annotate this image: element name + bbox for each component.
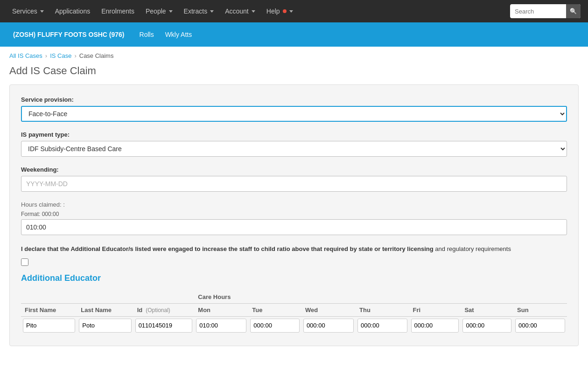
- th-id-optional-text: (Optional): [146, 307, 170, 313]
- sub-nav-title[interactable]: (ZOSH) FLUFFY FOOTS OSHC (976): [9, 29, 128, 40]
- nav-extracts-arrow: [210, 10, 214, 13]
- nav-services[interactable]: Services: [7, 5, 49, 18]
- nav-help-dot: [283, 9, 287, 13]
- service-provision-group: Service provision: Face-to-Face Phone Vi…: [21, 96, 567, 122]
- search-input[interactable]: [510, 6, 566, 17]
- wed-input[interactable]: [303, 319, 354, 333]
- th-thu: Thu: [356, 303, 409, 316]
- th-last-name: Last Name: [77, 303, 133, 316]
- td-fri: [409, 316, 461, 334]
- breadcrumb-sep-2: ›: [74, 52, 76, 59]
- weekending-input[interactable]: [21, 176, 567, 192]
- declaration-bold: I declare that the Additional Educator/s…: [21, 245, 434, 252]
- declaration-checkbox[interactable]: [21, 258, 28, 266]
- form-card: Service provision: Face-to-Face Phone Vi…: [9, 84, 579, 346]
- nav-account[interactable]: Account: [220, 5, 260, 18]
- td-thu: [356, 316, 409, 334]
- educator-table: Care Hours First Name Last Name Id (Opti…: [21, 291, 567, 334]
- td-mon: [194, 316, 248, 334]
- nav-links: Services Applications Enrolments People …: [7, 5, 298, 18]
- table-header-care-hours-row: Care Hours: [21, 291, 567, 304]
- search-box: [510, 4, 581, 18]
- td-last-name: [77, 316, 133, 334]
- weekending-group: Weekending:: [21, 166, 567, 192]
- service-provision-label: Service provision:: [21, 96, 567, 103]
- nav-account-label: Account: [225, 7, 249, 15]
- page-title: Add IS Case Claim: [0, 61, 588, 84]
- nav-services-arrow: [40, 10, 44, 13]
- table-column-headers: First Name Last Name Id (Optional) Mon T…: [21, 303, 567, 316]
- nav-help[interactable]: Help: [262, 5, 298, 18]
- id-input[interactable]: [135, 319, 193, 333]
- td-wed: [301, 316, 356, 334]
- nav-applications[interactable]: Applications: [50, 5, 95, 18]
- th-id-empty: [133, 291, 195, 304]
- nav-help-label: Help: [266, 7, 280, 15]
- nav-help-arrow: [289, 10, 293, 13]
- nav-enrolments[interactable]: Enrolments: [97, 5, 139, 18]
- nav-extracts[interactable]: Extracts: [179, 5, 219, 18]
- hours-claimed-group: Hours claimed: : Format: 000:00: [21, 201, 567, 235]
- nav-services-label: Services: [12, 7, 37, 15]
- th-tue: Tue: [248, 303, 301, 316]
- is-payment-type-group: IS payment type: IDF Subsidy-Centre Base…: [21, 131, 567, 157]
- nav-people-label: People: [146, 7, 166, 15]
- weekending-label: Weekending:: [21, 166, 567, 173]
- nav-extracts-label: Extracts: [184, 7, 208, 15]
- td-sat: [461, 316, 513, 334]
- nav-people[interactable]: People: [141, 5, 177, 18]
- first-name-input[interactable]: [23, 319, 75, 333]
- hours-format-hint: Format: 000:00: [21, 211, 567, 217]
- tue-input[interactable]: [250, 319, 300, 333]
- service-provision-select[interactable]: Face-to-Face Phone Video: [21, 106, 567, 122]
- th-id: Id (Optional): [133, 303, 195, 316]
- sun-input[interactable]: [515, 319, 565, 333]
- declaration-text: I declare that the Additional Educator/s…: [21, 244, 567, 254]
- th-first-name: First Name: [21, 303, 77, 316]
- care-hours-header: Care Hours: [194, 291, 567, 304]
- th-wed: Wed: [301, 303, 356, 316]
- additional-educator-title: Additional Educator: [21, 273, 567, 283]
- hours-claimed-input[interactable]: [21, 219, 567, 235]
- declaration-checkbox-wrap: [21, 258, 567, 266]
- breadcrumb-sep-1: ›: [45, 52, 47, 59]
- table-row: [21, 316, 567, 334]
- last-name-input[interactable]: [79, 319, 131, 333]
- search-button[interactable]: [566, 4, 581, 18]
- breadcrumb: All IS Cases › IS Case › Case Claims: [0, 47, 588, 61]
- th-sat: Sat: [461, 303, 513, 316]
- fri-input[interactable]: [411, 319, 459, 333]
- sub-nav-wkly-atts[interactable]: Wkly Atts: [165, 31, 192, 38]
- sat-input[interactable]: [462, 319, 511, 333]
- declaration-rest: and regulatory requirements: [434, 245, 511, 252]
- top-nav: Services Applications Enrolments People …: [0, 0, 588, 22]
- nav-people-arrow: [169, 10, 173, 13]
- breadcrumb-case-claims: Case Claims: [79, 52, 114, 59]
- sub-nav-rolls[interactable]: Rolls: [140, 31, 154, 38]
- td-first-name: [21, 316, 77, 334]
- nav-account-arrow: [252, 10, 255, 13]
- is-payment-type-select[interactable]: IDF Subsidy-Centre Based Care Other: [21, 141, 567, 157]
- th-last-name-empty: [77, 291, 133, 304]
- nav-enrolments-label: Enrolments: [101, 7, 134, 15]
- td-sun: [513, 316, 567, 334]
- is-payment-type-label: IS payment type:: [21, 131, 567, 138]
- th-fri: Fri: [409, 303, 461, 316]
- td-id: [133, 316, 195, 334]
- th-mon: Mon: [194, 303, 248, 316]
- th-sun: Sun: [513, 303, 567, 316]
- hours-claimed-label: Hours claimed: :: [21, 201, 567, 208]
- breadcrumb-all-is-cases[interactable]: All IS Cases: [9, 52, 42, 59]
- nav-applications-label: Applications: [55, 7, 91, 15]
- td-tue: [248, 316, 301, 334]
- breadcrumb-is-case[interactable]: IS Case: [50, 52, 71, 59]
- mon-input[interactable]: [196, 319, 246, 333]
- sub-nav: (ZOSH) FLUFFY FOOTS OSHC (976) Rolls Wkl…: [0, 22, 588, 47]
- thu-input[interactable]: [357, 319, 407, 333]
- th-first-name-empty: [21, 291, 77, 304]
